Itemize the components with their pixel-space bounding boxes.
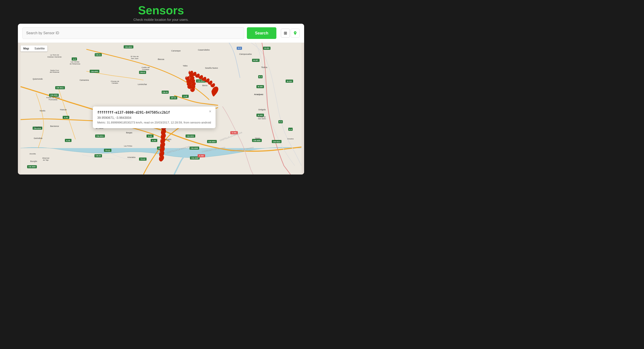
svg-text:Quismondo: Quismondo bbox=[33, 78, 43, 80]
svg-text:Portillo de Toledo: Portillo de Toledo bbox=[46, 97, 60, 99]
map-container: CM-4004 CM-41 A-5 CM-4003 CM-41 CM-4011 … bbox=[18, 43, 304, 175]
svg-text:CM-4006: CM-4006 bbox=[191, 147, 198, 149]
svg-text:La Torre de: La Torre de bbox=[50, 54, 59, 56]
svg-text:Ontigola: Ontigola bbox=[258, 109, 266, 111]
popup-close-button[interactable]: × bbox=[208, 109, 213, 114]
svg-text:Yepes: Yepes bbox=[255, 137, 260, 139]
svg-text:Barcience: Barcience bbox=[50, 125, 59, 127]
popup-metric: Metric: 31.899999618530273 km/h, read on… bbox=[97, 121, 211, 124]
svg-text:Novés: Novés bbox=[40, 110, 46, 112]
svg-text:CM-4005: CM-4005 bbox=[253, 140, 261, 142]
svg-text:A-4: A-4 bbox=[289, 128, 292, 130]
svg-text:R-4: R-4 bbox=[259, 76, 262, 78]
svg-text:Casarrubelos: Casarrubelos bbox=[198, 49, 210, 51]
popup-coordinates: 39.9590671, -3.9843004 bbox=[97, 116, 211, 120]
svg-text:M-307: M-307 bbox=[253, 60, 258, 62]
svg-text:Esteban Hambrán: Esteban Hambrán bbox=[48, 56, 62, 58]
svg-text:Huecas: Huecas bbox=[60, 109, 67, 111]
svg-text:de Retamosa: de Retamosa bbox=[70, 63, 80, 65]
svg-text:M-320: M-320 bbox=[287, 80, 292, 82]
svg-text:Ciempozuelos: Ciempozuelos bbox=[239, 53, 252, 55]
svg-text:Yeles: Yeles bbox=[183, 65, 188, 67]
map-pin-icon bbox=[293, 31, 298, 35]
svg-text:TO-21: TO-21 bbox=[105, 149, 110, 151]
svg-text:Albarreal: Albarreal bbox=[42, 157, 50, 159]
page-subtitle: Check mobile location for your users. bbox=[0, 18, 322, 22]
svg-text:Illescas: Illescas bbox=[158, 58, 164, 60]
svg-text:Fuensalida: Fuensalida bbox=[49, 99, 58, 101]
svg-text:CM-4004: CM-4004 bbox=[125, 46, 132, 48]
svg-text:Santa Cruz: Santa Cruz bbox=[50, 69, 59, 71]
svg-text:CM-4011: CM-4011 bbox=[56, 87, 64, 89]
map-view-button[interactable] bbox=[291, 29, 300, 38]
svg-text:Cedillo del: Cedillo del bbox=[142, 67, 150, 69]
svg-text:A-5: A-5 bbox=[73, 58, 76, 60]
svg-text:CM-41: CM-41 bbox=[140, 72, 145, 74]
svg-text:Torrijos: Torrijos bbox=[35, 126, 41, 128]
svg-text:San Juan: San Juan bbox=[131, 58, 138, 60]
svg-text:Camarena: Camarena bbox=[80, 79, 89, 81]
svg-text:Lominchar: Lominchar bbox=[138, 84, 147, 86]
svg-text:CM-4011: CM-4011 bbox=[96, 135, 104, 137]
svg-text:CM-4014: CM-4014 bbox=[273, 141, 280, 143]
svg-text:A-40: A-40 bbox=[66, 140, 70, 142]
svg-text:Anonilla: Anonilla bbox=[30, 153, 36, 155]
svg-text:E-5: E-5 bbox=[238, 48, 241, 50]
map-type-satellite-button[interactable]: Satellite bbox=[32, 46, 48, 52]
svg-text:Chozas de: Chozas de bbox=[111, 80, 119, 82]
svg-text:San Isidro: San Isidro bbox=[258, 118, 266, 120]
svg-text:Las Ventas: Las Ventas bbox=[71, 61, 80, 63]
toolbar: Search ⊞ bbox=[18, 24, 304, 43]
svg-text:Carranque: Carranque bbox=[171, 50, 181, 52]
svg-text:A-42: A-42 bbox=[183, 96, 188, 98]
svg-text:CM-4000: CM-4000 bbox=[28, 166, 36, 168]
main-card: Search ⊞ bbox=[18, 24, 304, 175]
svg-text:CM-4004: CM-4004 bbox=[208, 141, 216, 143]
svg-text:AP-44: AP-44 bbox=[171, 97, 176, 99]
info-popup: × ffffffff-e137-0800-d291-847505cc2b1f 3… bbox=[93, 107, 216, 128]
svg-text:CM-40: CM-40 bbox=[96, 155, 101, 157]
page-header: Sensors Check mobile location for your u… bbox=[0, 0, 322, 24]
svg-text:R-4: R-4 bbox=[279, 121, 282, 123]
search-button[interactable]: Search bbox=[247, 27, 276, 39]
svg-text:CM-4009: CM-4009 bbox=[50, 94, 58, 96]
svg-text:M-305: M-305 bbox=[258, 86, 263, 88]
view-toggle: ⊞ bbox=[281, 29, 300, 38]
svg-text:Las Peñas: Las Peñas bbox=[124, 145, 132, 147]
svg-text:Azucaica: Azucaica bbox=[128, 156, 136, 158]
svg-text:El Viso de: El Viso de bbox=[131, 56, 139, 58]
svg-text:CM-4006: CM-4006 bbox=[191, 157, 198, 159]
svg-text:de Tajo: de Tajo bbox=[43, 159, 49, 161]
page-title: Sensors bbox=[0, 4, 322, 17]
grid-view-button[interactable]: ⊞ bbox=[281, 29, 290, 38]
svg-text:Titulcia: Titulcia bbox=[261, 66, 267, 69]
svg-text:A-40: A-40 bbox=[64, 117, 68, 119]
svg-text:CM-41: CM-41 bbox=[96, 54, 101, 56]
svg-text:CM-4003: CM-4003 bbox=[91, 71, 98, 73]
svg-text:Aranjuez: Aranjuez bbox=[254, 93, 263, 96]
svg-text:Burujón: Burujón bbox=[30, 160, 37, 162]
svg-text:Seseña Nuevo: Seseña Nuevo bbox=[205, 67, 218, 69]
svg-text:TO-22: TO-22 bbox=[140, 158, 146, 160]
svg-text:A-42: A-42 bbox=[148, 135, 152, 137]
svg-text:Canales: Canales bbox=[112, 82, 118, 84]
popup-sensor-id: ffffffff-e137-0800-d291-847505cc2b1f bbox=[97, 111, 211, 115]
map-type-control: Map Satellite bbox=[20, 46, 48, 52]
svg-text:Cortijo de: Cortijo de bbox=[258, 116, 266, 118]
svg-text:N-400: N-400 bbox=[199, 155, 204, 157]
map-type-map-button[interactable]: Map bbox=[20, 46, 32, 52]
search-input[interactable] bbox=[22, 27, 244, 39]
svg-text:Condado: Condado bbox=[142, 69, 149, 71]
svg-text:Gerindote: Gerindote bbox=[34, 137, 42, 139]
svg-text:Borox: Borox bbox=[202, 84, 208, 87]
svg-text:Bargas: Bargas bbox=[126, 132, 132, 134]
svg-text:CM-4001: CM-4001 bbox=[187, 135, 194, 137]
svg-text:CM-41: CM-41 bbox=[162, 91, 168, 93]
svg-text:A-40: A-40 bbox=[152, 140, 156, 142]
svg-text:M-404: M-404 bbox=[264, 48, 270, 50]
svg-text:Ciruelos: Ciruelos bbox=[287, 138, 294, 140]
svg-text:del Retamar: del Retamar bbox=[50, 71, 60, 73]
